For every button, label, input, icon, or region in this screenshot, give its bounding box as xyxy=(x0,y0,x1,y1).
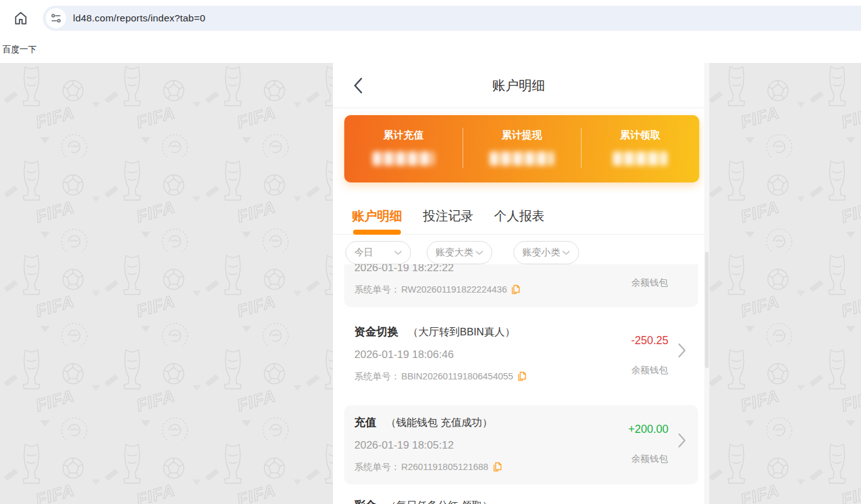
transaction-row[interactable]: 充值 （钱能钱包 充值成功） 2026-01-19 18:05:12 系统单号：… xyxy=(344,405,698,484)
order-prefix: 系统单号： xyxy=(354,461,400,473)
masked-value xyxy=(490,152,554,165)
tab-personal-report[interactable]: 个人报表 xyxy=(494,208,544,225)
chevron-right-icon[interactable] xyxy=(678,343,686,361)
copy-icon[interactable] xyxy=(511,284,520,294)
summary-label: 累计提现 xyxy=(463,129,581,142)
summary-card: 累计充值 累计提现 累计领取 xyxy=(344,115,699,182)
transaction-row[interactable]: 2026-01-19 18:22:22 系统单号： RW202601191822… xyxy=(344,264,698,307)
summary-total-claim: 累计领取 xyxy=(581,115,699,182)
transaction-date: 2026-01-19 18:22:22 xyxy=(354,264,688,276)
wallet-label: 余额钱包 xyxy=(631,453,668,465)
wallet-label: 余额钱包 xyxy=(631,277,668,289)
transaction-list: 2026-01-19 18:22:22 系统单号： RW202601191822… xyxy=(333,264,709,504)
summary-label: 累计充值 xyxy=(344,129,463,142)
scrollbar-track[interactable] xyxy=(704,63,709,504)
summary-label: 累计领取 xyxy=(581,129,699,142)
order-number: R2601191805121688 xyxy=(402,462,488,472)
transaction-note: （大厅转到BBIN真人） xyxy=(408,326,515,337)
tab-account-detail[interactable]: 账户明细 xyxy=(352,208,402,225)
active-tab-underline xyxy=(353,230,401,235)
filter-minor-type-dropdown[interactable]: 账变小类 xyxy=(514,241,579,264)
home-icon[interactable] xyxy=(13,10,29,26)
copy-icon[interactable] xyxy=(493,462,502,472)
account-detail-panel: 账户明细 累计充值 累计提现 累计领取 账户明细 xyxy=(333,63,709,504)
app-header: 账户明细 xyxy=(333,63,709,108)
back-icon[interactable] xyxy=(353,77,363,94)
transaction-type: 资金切换 xyxy=(354,325,398,338)
transaction-amount: -250.25 xyxy=(631,334,668,347)
filter-date-dropdown[interactable]: 今日 xyxy=(346,241,411,264)
transaction-date: 2026-01-19 18:05:12 xyxy=(354,438,688,453)
masked-value xyxy=(613,152,667,165)
transaction-type: 彩金 xyxy=(354,499,376,504)
filter-bar: 今日 账变大类 账变小类 xyxy=(333,235,704,264)
site-info-icon[interactable] xyxy=(46,8,66,28)
chevron-down-icon xyxy=(394,250,402,255)
order-prefix: 系统单号： xyxy=(354,371,400,383)
transaction-amount: +200.00 xyxy=(628,423,668,436)
address-bar[interactable]: ld48.com/reports/index?tab=0 xyxy=(43,6,861,31)
chevron-right-icon[interactable] xyxy=(678,433,686,451)
scrollbar-thumb[interactable] xyxy=(705,252,709,368)
browser-toolbar: ld48.com/reports/index?tab=0 xyxy=(0,0,861,36)
page-background: FIFA 账户明细 累计充值 累计提现 xyxy=(0,63,861,504)
order-number: BBIN202601191806454055 xyxy=(402,371,514,381)
order-prefix: 系统单号： xyxy=(354,284,400,296)
summary-total-deposit: 累计充值 xyxy=(344,115,463,182)
page-title: 账户明细 xyxy=(333,63,704,108)
wallet-label: 余额钱包 xyxy=(631,364,668,376)
transaction-date: 2026-01-19 18:06:46 xyxy=(354,347,688,362)
url-text[interactable]: ld48.com/reports/index?tab=0 xyxy=(73,6,205,31)
order-number: RW202601191822224436 xyxy=(402,284,507,294)
tab-label: 投注记录 xyxy=(423,209,473,223)
transaction-note: （每日任务分红 领取） xyxy=(386,500,493,504)
transaction-row[interactable]: 彩金 （每日任务分红 领取） xyxy=(333,484,709,504)
filter-label: 今日 xyxy=(354,247,373,259)
chevron-down-icon xyxy=(562,250,570,255)
transaction-note: （钱能钱包 充值成功） xyxy=(386,417,493,428)
summary-total-withdraw: 累计提现 xyxy=(463,115,581,182)
filter-label: 账变小类 xyxy=(522,247,560,259)
tab-label: 个人报表 xyxy=(494,209,544,223)
tab-bet-records[interactable]: 投注记录 xyxy=(423,208,473,225)
transaction-type: 充值 xyxy=(354,416,376,428)
chevron-down-icon xyxy=(475,250,483,255)
bookmark-baidu[interactable]: 百度一下 xyxy=(3,44,37,55)
transaction-title-row: 彩金 （每日任务分红 领取） xyxy=(354,497,688,504)
transaction-row[interactable]: 资金切换 （大厅转到BBIN真人） 2026-01-19 18:06:46 系统… xyxy=(333,307,709,394)
filter-major-type-dropdown[interactable]: 账变大类 xyxy=(427,241,492,264)
copy-icon[interactable] xyxy=(517,371,526,381)
masked-value xyxy=(373,152,434,165)
filter-label: 账变大类 xyxy=(436,247,473,259)
tab-label: 账户明细 xyxy=(352,209,402,223)
bookmarks-bar: 百度一下 xyxy=(0,36,861,63)
tab-bar: 账户明细 投注记录 个人报表 xyxy=(333,198,704,235)
